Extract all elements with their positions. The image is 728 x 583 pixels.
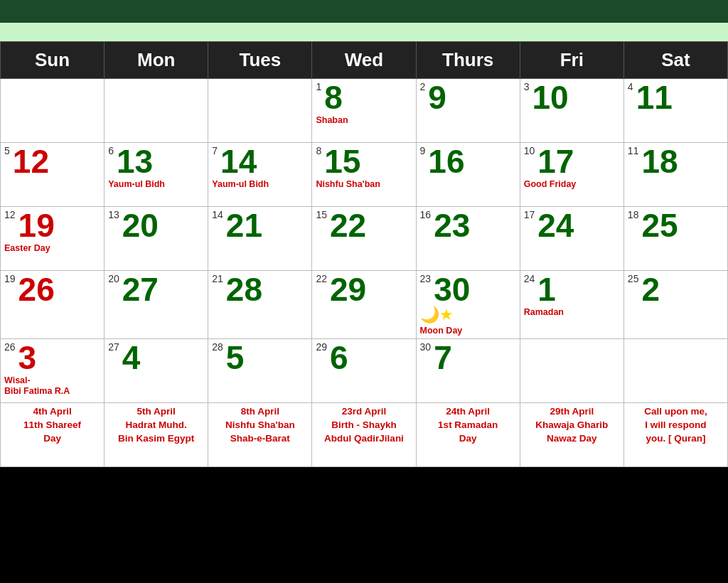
gregorian-date: 23 [434,209,470,242]
gregorian-date: 9 [428,81,446,114]
gregorian-date: 15 [324,145,360,178]
hijri-date: 21 [212,274,223,284]
calendar-cell: 18Shaban [312,79,416,143]
calendar-cell: 1219Easter Day [1,207,105,271]
hijri-date: 23 [420,274,432,284]
calendar-cell: 2229 [312,271,416,339]
calendar-cell: 1320 [105,207,208,271]
weekday-header-sat: Sat [623,42,727,79]
gregorian-date: 21 [226,209,262,242]
hijri-date: 25 [628,274,639,284]
event-label: Shaban [316,115,412,126]
hijri-date: 11 [628,146,639,156]
hijri-date: 30 [420,342,432,352]
hijri-date: 2 [420,82,426,92]
gregorian-date: 10 [532,81,569,114]
gregorian-date: 22 [330,209,366,242]
weekday-header-wed: Wed [312,42,416,79]
gregorian-date: 2 [641,273,660,306]
hijri-date: 18 [628,210,639,220]
hijri-date: 10 [524,146,535,156]
gregorian-date: 25 [641,209,678,242]
calendar-cell [1,79,105,143]
hijri-date: 16 [420,210,432,220]
calendar-cell: 29 [416,79,520,143]
gregorian-date: 3 [18,341,37,374]
event-label: Moon Day [420,326,516,336]
calendar-cell: 916 [416,143,520,207]
hijri-date: 22 [316,274,327,284]
calendar-cell: 241Ramadan [520,271,623,339]
bottom-info-cell: 23rd AprilBirth - ShaykhAbdul QadirJilan… [312,403,416,467]
calendar-cell [623,339,727,403]
bottom-info-cell: 5th AprilHadrat Muhd.Bin Kasim Egypt [105,403,208,467]
hijri-date: 9 [420,146,426,156]
hijri-date: 6 [108,146,114,156]
calendar-cell: 252 [623,271,727,339]
hijri-date: 14 [212,210,223,220]
calendar-cell: 2128 [208,271,312,339]
gregorian-date: 1 [537,273,556,306]
weekday-header-thurs: Thurs [416,42,520,79]
hijri-date: 28 [212,342,223,352]
gregorian-date: 30 [434,273,470,306]
gregorian-date: 17 [537,145,574,178]
calendar-cell: 1623 [416,207,520,271]
bottom-info-cell: Call upon me,I will respondyou. [ Quran] [623,403,727,467]
bottom-info-cell: 4th April11th ShareefDay [1,403,105,467]
gregorian-date: 14 [220,145,257,178]
calendar-cell: 815Nishfu Sha'ban [312,143,416,207]
hijri-date: 12 [4,210,16,220]
gregorian-date: 13 [117,145,153,178]
calendar-cell: 296 [312,339,416,403]
calendar-cell: 714Yaum-ul Bidh [208,143,312,207]
gregorian-date: 24 [537,209,574,242]
calendar-cell: 1118 [623,143,727,207]
bottom-info-cell: 29th AprilKhawaja GharibNawaz Day [520,403,623,467]
calendar-cell: 310 [520,79,623,143]
calendar-cell: 1017Good Friday [520,143,623,207]
calendar-cell: 411 [623,79,727,143]
weekday-header-fri: Fri [520,42,623,79]
moon-icon: 🌙★ [420,306,516,324]
gregorian-date: 26 [18,273,55,306]
hijri-date: 15 [316,210,327,220]
gregorian-date: 20 [122,209,159,242]
gregorian-date: 18 [641,145,678,178]
gregorian-date: 8 [324,81,343,114]
gregorian-date: 11 [636,81,673,114]
gregorian-date: 29 [330,273,366,306]
calendar-cell: 274 [105,339,208,403]
weekday-header-mon: Mon [105,42,208,79]
gregorian-date: 6 [330,341,348,374]
hijri-date: 17 [524,210,535,220]
calendar-cell: 1926 [1,271,105,339]
calendar-cell: 1421 [208,207,312,271]
hijri-date: 7 [212,146,218,156]
hijri-date: 29 [316,342,327,352]
gregorian-date: 28 [226,273,262,306]
hijri-date: 3 [524,82,530,92]
calendar-cell: 307 [416,339,520,403]
weekday-header-sun: Sun [1,42,105,79]
gregorian-date: 5 [226,341,245,374]
hijri-date: 8 [316,146,321,156]
hijri-date: 19 [4,274,16,284]
event-label: Wisal-Bibi Fatima R.A [4,375,100,397]
calendar-table: SunMonTuesWedThursFriSat 18Shaban2931041… [0,41,728,467]
islamic-header [0,23,728,41]
event-label: Good Friday [524,179,620,190]
hijri-date: 1 [316,82,321,92]
event-label: Yaum-ul Bidh [212,179,308,190]
gregorian-date: 12 [13,145,49,178]
hijri-date: 13 [108,210,119,220]
gregorian-date: 16 [428,145,464,178]
gregorian-date: 27 [122,273,159,306]
calendar-cell: 512 [1,143,105,207]
bottom-info-cell: 8th AprilNishfu Sha'banShab-e-Barat [208,403,312,467]
event-label: Nishfu Sha'ban [316,179,412,190]
calendar-cell: 1522 [312,207,416,271]
calendar-cell: 2330🌙★Moon Day [416,271,520,339]
calendar-cell: 263Wisal-Bibi Fatima R.A [1,339,105,403]
hijri-date: 27 [108,342,119,352]
